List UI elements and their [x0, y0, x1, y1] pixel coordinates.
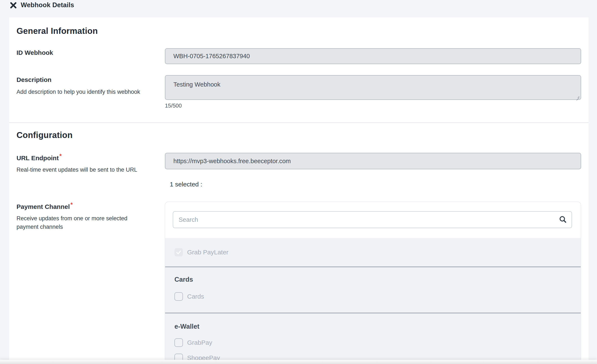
id-webhook-field[interactable]: WBH-0705-1765267837940: [165, 48, 581, 64]
channel-group-ewallet: e-Wallet GrabPay ShopeePay: [165, 323, 581, 360]
close-button[interactable]: [10, 2, 17, 9]
general-information-heading: General Information: [16, 26, 98, 36]
form-card: General Information ID Webhook WBH-0705-…: [9, 17, 589, 360]
channel-item-grab-paylater[interactable]: Grab PayLater: [174, 248, 228, 256]
x-icon: [10, 6, 17, 9]
page-title: Webhook Details: [21, 1, 74, 9]
list-divider: [165, 266, 581, 267]
resize-handle-icon[interactable]: [576, 94, 579, 98]
description-value: Testing Webhook: [173, 81, 220, 88]
description-helper: Add description to help you identify thi…: [16, 88, 140, 96]
channel-label: Cards: [187, 293, 204, 300]
description-label: Description: [16, 76, 51, 83]
required-asterisk: *: [71, 201, 73, 208]
title-bar: Webhook Details: [0, 0, 597, 17]
group-title: Cards: [174, 276, 581, 283]
section-divider: [9, 122, 589, 123]
description-char-counter: 15/500: [165, 102, 182, 109]
checkbox-unchecked[interactable]: [174, 354, 183, 360]
channel-label: ShopeePay: [187, 354, 220, 360]
webhook-details-screen: Webhook Details General Information ID W…: [0, 0, 597, 364]
payment-channel-helper: Receive updates from one or more selecte…: [16, 214, 148, 231]
channel-label: GrabPay: [187, 339, 212, 346]
payment-channel-label: Payment Channel*: [16, 203, 73, 210]
magnifier-icon: [559, 216, 567, 224]
url-endpoint-value: https://mvp3-webhooks.free.beeceptor.com: [173, 158, 291, 165]
payment-channel-label-text: Payment Channel: [16, 203, 70, 210]
id-webhook-value: WBH-0705-1765267837940: [173, 53, 250, 60]
channel-item-cards[interactable]: Cards: [174, 292, 581, 301]
bottom-scroll-strip: [0, 360, 597, 364]
checkbox-unchecked[interactable]: [174, 292, 183, 301]
payment-channel-picker: Grab PayLater Cards Cards e-Wallet: [165, 201, 581, 360]
url-endpoint-field[interactable]: https://mvp3-webhooks.free.beeceptor.com: [165, 153, 581, 169]
selected-count-summary: 1 selected :: [170, 181, 202, 188]
description-field[interactable]: Testing Webhook: [165, 75, 581, 100]
checkbox-checked-disabled[interactable]: [174, 248, 183, 256]
channel-item-grabpay[interactable]: GrabPay: [174, 338, 581, 347]
id-webhook-label: ID Webhook: [16, 49, 53, 56]
selected-channel-row: Grab PayLater: [165, 238, 581, 266]
url-endpoint-helper: Real-time event updates will be sent to …: [16, 165, 137, 174]
channel-list: Grab PayLater Cards Cards e-Wallet: [165, 238, 581, 360]
checkbox-unchecked[interactable]: [174, 338, 183, 347]
url-endpoint-label: URL Endpoint*: [16, 155, 62, 162]
channel-group-cards: Cards Cards: [165, 276, 581, 313]
channel-label: Grab PayLater: [187, 249, 228, 256]
url-endpoint-label-text: URL Endpoint: [16, 155, 59, 162]
search-input[interactable]: [173, 211, 572, 228]
channel-item-shopeepay[interactable]: ShopeePay: [174, 354, 581, 360]
list-divider: [165, 313, 581, 313]
group-title: e-Wallet: [174, 323, 581, 330]
search-row: [173, 211, 572, 228]
required-asterisk: *: [59, 153, 62, 159]
configuration-heading: Configuration: [16, 130, 73, 140]
check-icon: [175, 249, 182, 256]
